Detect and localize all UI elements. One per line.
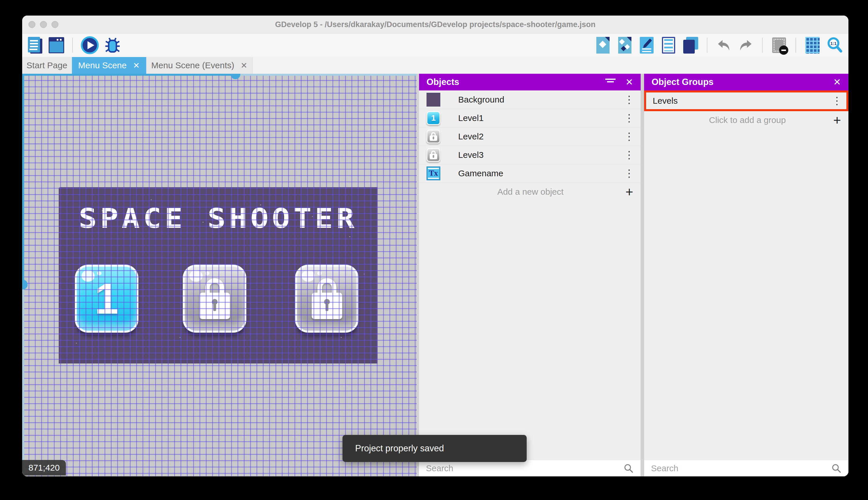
object-menu-icon[interactable]: ⋮ (624, 150, 634, 160)
game-background-instance[interactable]: SPACE SHOOTER 1 (59, 187, 378, 363)
group-row-levels[interactable]: Levels ⋮ (644, 90, 848, 111)
minimize-window-button[interactable] (40, 21, 47, 28)
object-menu-icon[interactable]: ⋮ (624, 168, 634, 179)
object-groups-panel-header: Object Groups ✕ (644, 74, 848, 90)
close-panel-icon[interactable]: ✕ (833, 77, 841, 88)
tab-label: Menu Scene (Events) (151, 60, 234, 70)
level1-object-thumbnail: 1 (426, 111, 440, 125)
layers-icon (683, 37, 698, 54)
add-object-row[interactable]: Add a new object + (419, 183, 641, 201)
toolbar-separator (707, 38, 707, 53)
traffic-lights (28, 15, 58, 33)
panel-resize-divider[interactable] (417, 74, 419, 476)
objects-search-input[interactable] (426, 463, 623, 473)
close-tab-icon[interactable]: ✕ (241, 61, 247, 70)
screenshot-root: { "window": { "title": "GDevelop 5 - /Us… (0, 0, 868, 500)
level2-object-thumbnail (426, 129, 440, 144)
level1-button-instance[interactable]: 1 (75, 265, 138, 333)
object-groups-panel-icon (618, 37, 631, 54)
objects-panel-button[interactable] (595, 36, 611, 55)
object-row-gamename[interactable]: Tx Gamename ⋮ (419, 164, 641, 183)
close-panel-icon[interactable]: ✕ (625, 77, 633, 88)
properties-icon (640, 37, 654, 54)
debug-button[interactable] (105, 36, 120, 55)
redo-button[interactable] (738, 36, 753, 55)
close-tab-icon[interactable]: ✕ (133, 61, 140, 70)
save-toast-text: Project properly saved (355, 443, 444, 454)
group-menu-icon[interactable]: ⋮ (832, 95, 842, 106)
grid-icon (805, 37, 820, 54)
search-icon (623, 463, 634, 474)
toolbar-right-group: 1:1 (595, 33, 843, 57)
object-row-level2[interactable]: Level2 ⋮ (419, 127, 641, 146)
vertical-scrollbar-thumb[interactable] (22, 280, 28, 289)
level3-button-instance[interactable] (295, 265, 359, 333)
add-group-plus-icon[interactable]: + (833, 112, 841, 128)
gdevelop-window: GDevelop 5 - /Users/dkarakay/Documents/G… (22, 15, 848, 476)
window-title: GDevelop 5 - /Users/dkarakay/Documents/G… (22, 15, 848, 33)
scene-canvas[interactable]: SPACE SHOOTER 1 (22, 74, 417, 476)
tab-menu-scene[interactable]: Menu Scene ✕ (72, 57, 146, 74)
add-group-row[interactable]: Click to add a group + (644, 111, 848, 129)
editor-content: SPACE SHOOTER 1 (22, 74, 848, 476)
object-menu-icon[interactable]: ⋮ (624, 94, 634, 105)
svg-text:1:1: 1:1 (830, 41, 837, 46)
toolbar-separator (762, 38, 763, 53)
object-groups-panel: Object Groups ✕ Levels ⋮ Click to add a … (644, 74, 848, 476)
object-groups-panel-button[interactable] (617, 36, 633, 55)
save-toast: Project properly saved (342, 435, 527, 462)
undo-button[interactable] (716, 36, 731, 55)
game-title-text[interactable]: SPACE SHOOTER (40, 203, 397, 234)
window-mask-icon (772, 37, 786, 53)
instances-list-icon (662, 37, 675, 54)
add-object-plus-icon[interactable]: + (625, 184, 633, 200)
zoom-ratio-button[interactable]: 1:1 (826, 36, 843, 55)
object-row-background[interactable]: Background ⋮ (419, 90, 641, 109)
tab-menu-scene-events[interactable]: Menu Scene (Events) ✕ (146, 57, 253, 74)
background-object-thumbnail (426, 93, 440, 106)
object-row-level1[interactable]: 1 Level1 ⋮ (419, 109, 641, 127)
vertical-scrollbar-track[interactable] (22, 74, 24, 285)
panel-resize-divider[interactable] (641, 74, 644, 476)
redo-icon (738, 38, 753, 52)
lock-icon (199, 278, 230, 319)
properties-panel-button[interactable] (639, 36, 655, 55)
level-number: 1 (95, 274, 119, 324)
preview-play-button[interactable] (81, 36, 99, 55)
horizontal-scrollbar-track[interactable] (240, 74, 417, 76)
project-manager-button[interactable] (27, 36, 43, 55)
object-row-level3[interactable]: Level3 ⋮ (419, 146, 641, 164)
horizontal-scrollbar-thumb[interactable] (231, 74, 240, 79)
instances-list-button[interactable] (661, 36, 676, 55)
level2-button-instance[interactable] (183, 265, 246, 333)
lock-icon (312, 278, 342, 319)
tab-label: Menu Scene (78, 60, 127, 70)
groups-search-input[interactable] (651, 463, 831, 473)
object-groups-panel-title: Object Groups (652, 77, 714, 87)
object-menu-icon[interactable]: ⋮ (624, 131, 634, 142)
objects-panel: Objects ✕ Background ⋮ 1 Level1 ⋮ Level2 (419, 74, 641, 476)
toolbar-separator (72, 38, 73, 53)
tab-start-page[interactable]: Start Page (22, 57, 72, 74)
toolbar-separator (796, 38, 796, 53)
search-icon (831, 463, 842, 474)
add-group-label: Click to add a group (709, 115, 786, 125)
grid-toggle-button[interactable] (805, 36, 820, 55)
tab-label: Start Page (26, 60, 67, 70)
vertical-scrollbar-track[interactable] (22, 289, 24, 476)
objects-panel-icon (596, 37, 610, 54)
scene-window-button[interactable] (49, 36, 64, 55)
mask-toggle-button[interactable] (771, 36, 787, 55)
bug-icon (105, 37, 120, 54)
maximize-window-button[interactable] (51, 21, 58, 28)
screenshot-background: GDevelop 5 - /Users/dkarakay/Documents/G… (0, 0, 868, 500)
horizontal-scrollbar-track[interactable] (22, 74, 235, 76)
layers-panel-button[interactable] (683, 36, 698, 55)
close-window-button[interactable] (28, 21, 35, 28)
filter-icon[interactable] (605, 79, 615, 86)
object-menu-icon[interactable]: ⋮ (624, 113, 634, 123)
objects-search-row (419, 460, 641, 476)
star-specks (59, 187, 60, 188)
tab-bar: Start Page Menu Scene ✕ Menu Scene (Even… (22, 57, 848, 74)
groups-search-row (644, 460, 848, 476)
